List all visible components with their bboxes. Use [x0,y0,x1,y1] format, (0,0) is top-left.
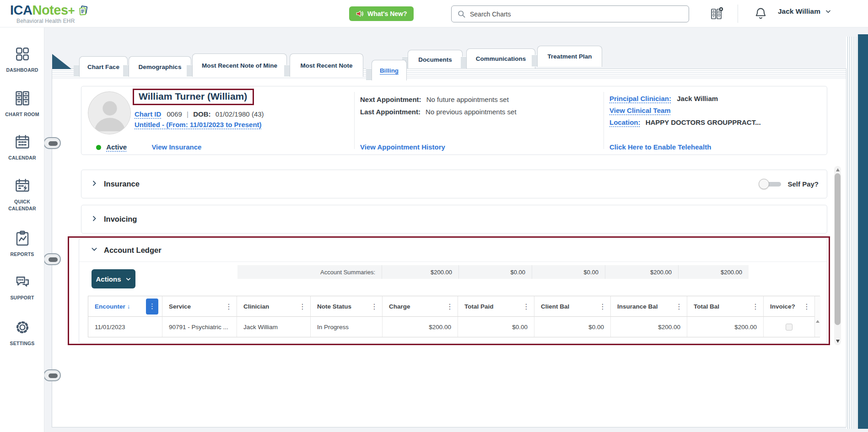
column-header-insurance-bal[interactable]: Insurance Bal ⋮ [610,296,687,317]
binder-ring [43,369,61,381]
tab-chart-face[interactable]: Chart Face [79,56,128,77]
column-menu-icon[interactable]: ⋮ [446,302,454,311]
invoicing-section-header[interactable]: Invoicing [81,205,827,233]
tab-demographics[interactable]: Demographics [129,56,191,77]
tab-billing[interactable]: Billing [372,60,407,80]
logo-plus-sign: + [68,4,75,17]
column-header-total-bal[interactable]: Total Bal ⋮ [687,296,763,317]
principal-clinician-link[interactable]: Principal Clinician: [609,95,671,102]
toggle-knob[interactable] [759,179,769,189]
tab-label: Communications [476,55,526,62]
invoice-checkbox[interactable] [786,324,793,331]
scroll-up-icon[interactable] [816,320,819,323]
column-label: Encounter [95,303,125,310]
next-appointment-row: Next Appointment: No future appointments… [360,96,509,103]
location-link[interactable]: Location: [609,118,641,126]
scrollbar-thumb[interactable] [835,173,841,325]
tab-most-recent-note-of-mine[interactable]: Most Recent Note of Mine [192,53,287,77]
sidebar-item-reports[interactable]: REPORTS [0,230,44,258]
view-appointment-history-link[interactable]: View Appointment History [360,143,445,151]
column-label: Insurance Bal [617,303,658,310]
column-menu-icon[interactable]: ⋮ [146,299,158,315]
actions-button[interactable]: Actions [92,269,135,288]
self-pay-label: Self Pay? [787,180,819,188]
sidebar-item-calendar[interactable]: CALENDAR [0,133,44,161]
chart-cabinet-add-icon[interactable] [709,6,724,22]
self-pay-toggle[interactable] [760,182,781,187]
tab-treatment-plan[interactable]: Treatment Plan [537,46,602,67]
column-header-invoice[interactable]: Invoice? ⋮ [763,296,814,317]
tab-most-recent-note[interactable]: Most Recent Note [290,53,363,77]
summary-charge: $200.00 [382,265,458,279]
column-menu-icon[interactable]: ⋮ [225,302,233,311]
cell-charge[interactable]: $200.00 [382,317,458,337]
user-menu[interactable]: Jack William [778,7,831,16]
cell-note-status[interactable]: In Progress [310,317,382,337]
insurance-section-header[interactable]: Insurance [81,170,827,198]
cell-total-paid[interactable]: $0.00 [458,317,534,337]
tab-communications[interactable]: Communications [466,48,535,69]
enable-telehealth-link[interactable]: Click Here to Enable Telehealth [609,143,711,151]
account-summaries-bar: Account Summaries: $200.00 $0.00 $0.00 $… [237,265,749,279]
left-sidebar: DASHBOARD CHART ROOM CALENDAR [0,27,44,432]
column-menu-icon[interactable]: ⋮ [370,302,378,311]
search-input[interactable] [470,11,683,18]
episode-link[interactable]: Untitled - (From: 11/01/2023 to Present) [135,121,262,128]
cell-service[interactable]: 90791 - Psychiatric ... [162,317,237,337]
binder-ring [43,253,61,265]
chevron-right-icon [91,215,98,224]
sidebar-item-support[interactable]: SUPPORT [0,273,44,301]
column-menu-icon[interactable]: ⋮ [751,302,760,311]
column-menu-icon[interactable]: ⋮ [522,302,530,311]
active-status-link[interactable]: Active [106,143,127,151]
column-menu-icon[interactable]: ⋮ [675,302,683,311]
account-ledger-header[interactable]: Account Ledger [79,239,827,262]
grid-scrollbar[interactable] [814,296,820,337]
reports-icon [14,230,31,248]
column-menu-icon[interactable]: ⋮ [598,302,607,311]
cell-total-bal[interactable]: $200.00 [687,317,763,337]
scroll-down-icon[interactable] [836,340,840,343]
chevron-down-icon [91,245,98,255]
logo-tagline: Behavioral Health EHR [16,18,92,24]
view-insurance-link[interactable]: View Insurance [151,143,201,151]
column-header-client-bal[interactable]: Client Bal ⋮ [534,296,610,317]
tab-label: Documents [418,56,452,63]
cell-clinician[interactable]: Jack William [237,317,310,337]
chart-id-link[interactable]: Chart ID [135,110,161,118]
column-header-service[interactable]: Service ⋮ [162,296,237,317]
sidebar-item-label: CALENDAR [3,155,42,161]
logo-notes-icon [78,5,88,16]
column-menu-icon[interactable]: ⋮ [298,302,307,311]
notifications-bell-icon[interactable] [754,7,767,21]
chevron-down-icon [825,8,831,15]
tab-documents[interactable]: Documents [408,50,463,69]
column-menu-icon[interactable]: ⋮ [803,302,811,311]
column-header-total-paid[interactable]: Total Paid ⋮ [458,296,534,317]
sidebar-item-dashboard[interactable]: DASHBOARD [0,46,44,74]
column-header-encounter[interactable]: Encounter ↓ ⋮ [88,296,162,317]
cell-insurance-bal[interactable]: $200.00 [610,317,687,337]
last-appointment-value: No previous appointments set [426,108,516,116]
column-divider [604,92,604,149]
search-icon [457,10,466,18]
column-header-note-status[interactable]: Note Status ⋮ [310,296,382,317]
column-header-charge[interactable]: Charge ⋮ [382,296,458,317]
whats-new-button[interactable]: What's New? [349,6,414,21]
sidebar-item-label: REPORTS [3,251,42,258]
page-scrollbar[interactable] [834,166,841,345]
view-clinical-team-link[interactable]: View Clinical Team [609,107,671,114]
cell-client-bal[interactable]: $0.00 [534,317,610,337]
cell-encounter[interactable]: 11/01/2023 [88,317,162,337]
icanotes-logo[interactable]: ICANotes+ Behavioral Health EHR [10,3,92,24]
next-appointment-value: No future appointments set [426,96,509,103]
scroll-up-icon[interactable] [836,168,840,171]
last-appointment-label: Last Appointment: [360,108,421,116]
page-stack-corner [52,54,71,69]
column-header-clinician[interactable]: Clinician ⋮ [237,296,310,317]
sidebar-item-settings[interactable]: SETTINGS [0,319,44,347]
sidebar-item-chart-room[interactable]: CHART ROOM [0,90,44,118]
location-value: HAPPY DOCTORS GROUPPRACT... [646,118,761,126]
summary-total-bal: $200.00 [678,265,749,279]
sidebar-item-quick-calendar[interactable]: QUICK CALENDAR [0,177,44,212]
